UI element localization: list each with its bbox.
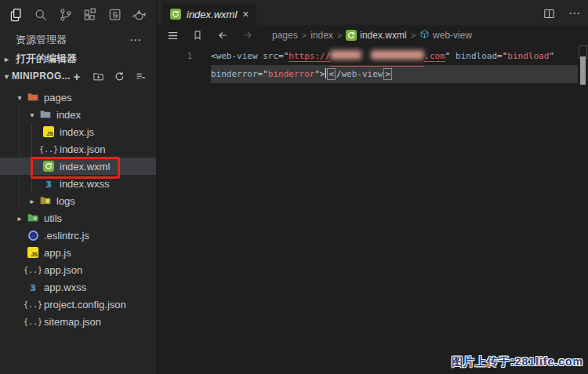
tree-item-label: index.wxml <box>60 161 110 172</box>
code-token-p: = <box>497 51 503 61</box>
wxss-icon: ɜ <box>27 281 39 293</box>
line-number: 1 <box>158 47 211 65</box>
more-actions-icon[interactable]: ⋯ <box>129 33 142 47</box>
project-actions: + <box>71 70 147 82</box>
explorer-title: 资源管理器 <box>16 33 67 47</box>
tree-item-label: sitemap.json <box>44 316 101 328</box>
tree-item-label: index.json <box>60 143 106 155</box>
refresh-icon[interactable] <box>113 70 125 82</box>
open-editors-label: 打开的编辑器 <box>16 52 77 66</box>
tree-item-label: project.config.json <box>44 299 126 310</box>
code-token-p: < <box>211 51 216 61</box>
tree-item-.eslintrc.js[interactable]: .eslintrc.js <box>0 227 156 244</box>
tree-item-project.config.json[interactable]: {..}project.config.json <box>0 296 156 313</box>
bookmark-icon[interactable] <box>191 28 205 42</box>
json-icon: {..} <box>27 263 39 276</box>
extensions-icon[interactable] <box>82 6 99 24</box>
chevron-down-icon: ▾ <box>25 111 39 119</box>
chevron-right-icon: ▸ <box>13 214 27 223</box>
new-file-icon[interactable]: + <box>71 70 83 82</box>
code-token-val: bindload <box>507 51 549 61</box>
collapse-all-icon[interactable] <box>134 70 147 82</box>
tree-item-index.json[interactable]: {..}index.json <box>0 140 156 158</box>
breadcrumb-item-web-view[interactable]: web-view <box>419 29 472 42</box>
code-token-br: < <box>327 68 336 80</box>
watermark-text: 图片上传于:281life.com <box>452 355 583 369</box>
tab-title: index.wxml <box>187 9 237 20</box>
js-icon: JS <box>27 246 39 259</box>
tree-item-label: app.js <box>44 247 71 259</box>
tree-item-app.json[interactable]: {..}app.json <box>0 261 156 278</box>
code-token-attr: src <box>263 51 278 61</box>
tree-item-index.wxml[interactable]: index.wxml <box>0 158 156 175</box>
code-token-attr: binderror <box>211 69 258 79</box>
folder-logs-icon <box>39 194 52 207</box>
breadcrumb-separator: > <box>411 31 416 40</box>
tree-item-index.wxss[interactable]: ɜindex.wxss <box>0 175 156 192</box>
tab-bar: index.wxml × ⋯ <box>158 0 588 25</box>
code-token-br: > <box>383 68 392 80</box>
breadcrumb-label: index <box>310 30 333 41</box>
tree-item-label: .eslintrc.js <box>44 230 89 241</box>
more-actions-icon[interactable]: ⋯ <box>568 6 580 20</box>
json-icon: {..} <box>27 315 39 328</box>
navigate-back-icon[interactable] <box>216 28 230 42</box>
tree-item-label: app.wxss <box>44 281 86 293</box>
text-cursor <box>325 68 327 78</box>
new-folder-icon[interactable] <box>92 70 104 82</box>
tree-item-index[interactable]: ▾index <box>0 106 156 123</box>
breadcrumb-item-pages[interactable]: pages <box>272 30 298 41</box>
navigate-forward-icon[interactable] <box>241 28 255 42</box>
files-icon[interactable] <box>8 6 25 24</box>
tree-item-label: logs <box>56 195 75 207</box>
code-token-url: https:// <box>289 51 330 62</box>
wxml-icon <box>346 30 357 41</box>
outline-icon[interactable] <box>165 28 180 42</box>
tree-item-utils[interactable]: ▸utils <box>0 209 156 227</box>
code-token-tag: web-view <box>341 69 383 79</box>
file-tree: ▾pages▾indexJSindex.js{..}index.jsoninde… <box>0 89 156 330</box>
code-editor[interactable]: 1 <web-view src="https://.com" bindload=… <box>158 45 588 374</box>
activity-bar <box>0 0 156 30</box>
chevron-right-icon: ▸ <box>25 197 39 205</box>
code-token-p: = <box>278 51 284 61</box>
code-token-url: .com <box>424 51 445 62</box>
chevron-down-icon: ▾ <box>5 72 12 81</box>
wechat-devtools-editor-window: 资源管理器 ⋯ ▸ 打开的编辑器 ▾ MINIPROG... + <box>0 0 588 374</box>
code-token-q: " <box>549 51 554 61</box>
tree-item-pages[interactable]: ▾pages <box>0 89 156 106</box>
eslint-icon <box>27 229 39 241</box>
tab-index-wxml[interactable]: index.wxml × <box>162 3 256 25</box>
editor-area: index.wxml × ⋯ pages>inde <box>158 0 588 374</box>
json-icon: {..} <box>42 143 55 155</box>
folder-icon <box>39 108 52 121</box>
tree-item-logs[interactable]: ▸logs <box>0 192 156 209</box>
section-open-editors[interactable]: ▸ 打开的编辑器 <box>0 50 156 67</box>
tree-item-app.wxss[interactable]: ɜapp.wxss <box>0 278 156 296</box>
tree-item-index.js[interactable]: JSindex.js <box>0 123 156 140</box>
breadcrumb-item-index[interactable]: index <box>310 30 333 41</box>
search-icon[interactable] <box>32 6 49 24</box>
breadcrumb-label: index.wxml <box>360 30 406 41</box>
close-icon[interactable]: × <box>242 9 249 20</box>
scrollbar-thumb[interactable] <box>580 56 586 85</box>
source-control-icon[interactable] <box>57 6 74 24</box>
cube-icon <box>419 29 430 42</box>
tree-item-label: pages <box>44 92 71 103</box>
tree-item-label: index <box>56 109 81 121</box>
sidebar: 资源管理器 ⋯ ▸ 打开的编辑器 ▾ MINIPROG... + <box>0 0 157 374</box>
tree-item-sitemap.json[interactable]: {..}sitemap.json <box>0 313 156 330</box>
wxss-icon: ɜ <box>42 177 55 190</box>
mini-panel-icon[interactable] <box>107 6 124 24</box>
breadcrumb: pages>index>index.wxml>web-view <box>272 29 472 42</box>
tree-item-label: app.json <box>44 264 82 276</box>
breadcrumb-item-index.wxml[interactable]: index.wxml <box>346 30 406 41</box>
editor-actions: ⋯ <box>543 6 580 20</box>
teapot-icon[interactable] <box>131 6 148 24</box>
section-project[interactable]: ▾ MINIPROG... + <box>0 67 156 85</box>
editor-toolbar: pages>index>index.wxml>web-view <box>158 25 588 45</box>
split-editor-icon[interactable] <box>543 7 556 20</box>
redacted-url-blur <box>361 48 371 67</box>
code-token-q: " <box>263 69 268 79</box>
tree-item-app.js[interactable]: JSapp.js <box>0 244 156 261</box>
